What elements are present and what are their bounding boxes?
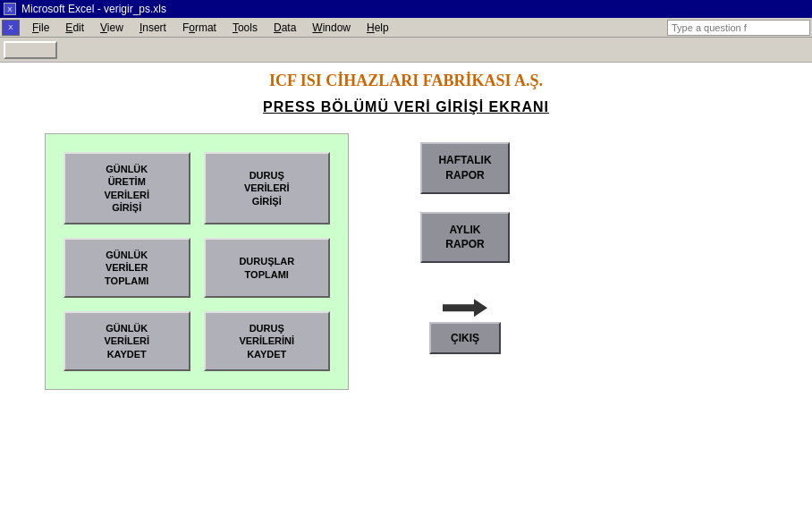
menu-bar: X File Edit View Insert Format Tools Dat… [0, 18, 812, 38]
page-title: PRESS BÖLÜMÜ VERİ GİRİŞİ EKRANI [18, 99, 794, 115]
menu-window[interactable]: Window [305, 20, 358, 36]
toolbar [0, 38, 812, 63]
durus-kaydet-button[interactable]: DURUŞVERİLERİNİKAYDET [204, 311, 331, 371]
gunluk-veriler-button[interactable]: GÜNLÜKVERİLERTOPLAMI [63, 238, 190, 298]
content-area: ICF ISI CİHAZLARI FABRİKASI A.Ş. PRESS B… [0, 63, 812, 399]
durus-verileri-button[interactable]: DURUŞVERİLERİGİRİŞİ [204, 152, 331, 224]
menu-help[interactable]: Help [359, 20, 396, 36]
aylik-rapor-button[interactable]: AYLIKRAPOR [420, 212, 510, 264]
company-title: ICF ISI CİHAZLARI FABRİKASI A.Ş. [18, 72, 794, 90]
title-bar: X Microsoft Excel - verigir_ps.xls [0, 0, 812, 18]
green-panel: GÜNLÜKÜRETİMVERİLERİGİRİŞİ DURUŞVERİLERİ… [45, 133, 349, 390]
cikis-button[interactable]: ÇIKIŞ [429, 322, 501, 354]
right-panel: HAFTALIKRAPOR AYLIKRAPOR ÇIKIŞ [420, 133, 510, 354]
menu-edit[interactable]: Edit [58, 20, 91, 36]
window-title: Microsoft Excel - verigir_ps.xls [21, 3, 166, 15]
menu-view[interactable]: View [93, 20, 131, 36]
main-area: GÜNLÜKÜRETİMVERİLERİGİRİŞİ DURUŞVERİLERİ… [18, 133, 794, 390]
gunluk-kaydet-button[interactable]: GÜNLÜKVERİLERİKAYDET [63, 311, 190, 371]
gunluk-uretim-button[interactable]: GÜNLÜKÜRETİMVERİLERİGİRİŞİ [63, 152, 190, 224]
duruslar-toplam-button[interactable]: DURUŞLARTOPLAMI [204, 238, 331, 298]
arrow-icon [443, 299, 487, 317]
excel-icon: X [2, 20, 20, 36]
menu-tools[interactable]: Tools [225, 20, 265, 36]
exit-area: ÇIKIŞ [420, 299, 510, 354]
menu-data[interactable]: Data [266, 20, 303, 36]
haftalik-rapor-button[interactable]: HAFTALIKRAPOR [420, 142, 510, 194]
menu-insert[interactable]: Insert [132, 20, 173, 36]
menu-format[interactable]: Format [175, 20, 224, 36]
help-search-input[interactable] [667, 20, 810, 36]
app-icon: X [4, 3, 16, 15]
menu-file[interactable]: File [25, 20, 56, 36]
cell-reference-input[interactable] [4, 41, 57, 59]
